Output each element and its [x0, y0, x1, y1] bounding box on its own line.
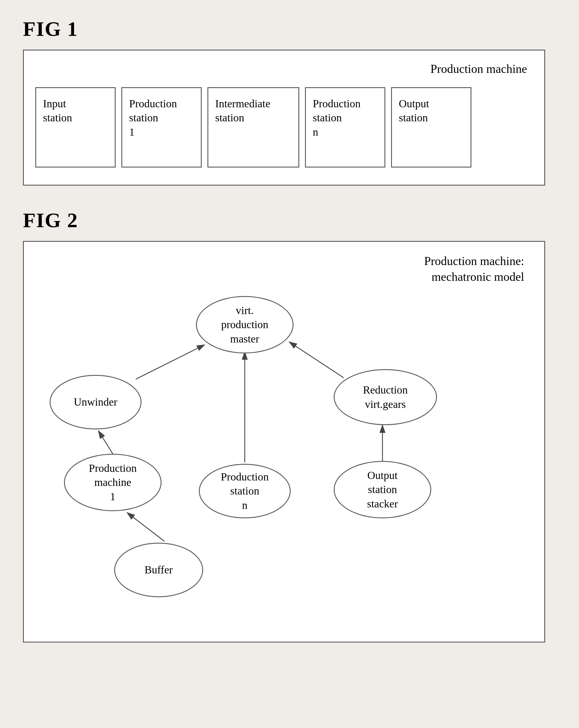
fig2-diagram: virt.productionmaster Unwinder Reduction… [35, 287, 533, 649]
unwinder-node: Unwinder [50, 375, 142, 430]
fig1-label: FIG 1 [23, 17, 556, 41]
svg-line-6 [127, 513, 165, 541]
production-station-n-box: Productionstationn [305, 87, 385, 167]
intermediate-station-box: Intermediatestation [207, 87, 299, 167]
fig2-title-line2: mechatronic model [431, 270, 524, 283]
output-station-label: Outputstation [399, 97, 429, 125]
fig2-label: FIG 2 [23, 209, 556, 232]
fig2-title-line1: Production machine: [424, 254, 524, 268]
svg-line-5 [98, 431, 113, 454]
fig1-machine-label: Production machine [35, 62, 533, 76]
virt-production-master-node: virt.productionmaster [196, 296, 294, 354]
unwinder-label: Unwinder [74, 395, 117, 409]
fig1-stations-row: Inputstation Productionstation1 Intermed… [35, 87, 533, 167]
reduction-virt-gears-label: Reductionvirt.gears [363, 383, 408, 411]
output-station-box: Outputstation [391, 87, 471, 167]
output-station-stacker-node: Outputstationstacker [334, 461, 431, 518]
svg-line-3 [289, 342, 344, 378]
fig1-container: Production machine Inputstation Producti… [23, 50, 545, 186]
reduction-virt-gears-node: Reductionvirt.gears [334, 369, 437, 425]
buffer-label: Buffer [145, 563, 173, 577]
input-station-label: Inputstation [43, 97, 72, 125]
buffer-node: Buffer [114, 543, 203, 597]
production-station-n-label: Productionstationn [313, 97, 361, 139]
fig2-container: Production machine: mechatronic model [23, 241, 545, 643]
virt-production-master-label: virt.productionmaster [221, 304, 269, 346]
svg-line-1 [136, 345, 205, 379]
fig2-title: Production machine: mechatronic model [35, 253, 533, 285]
output-station-stacker-label: Outputstationstacker [367, 468, 398, 511]
production-machine-1-node: Productionmachine1 [64, 454, 161, 511]
intermediate-station-label: Intermediatestation [215, 97, 270, 125]
production-station-1-box: Productionstation1 [121, 87, 202, 167]
production-machine-1-label: Productionmachine1 [89, 461, 137, 504]
input-station-box: Inputstation [35, 87, 116, 167]
production-station-n-label: Productionstationn [221, 470, 269, 512]
production-station-1-label: Productionstation1 [129, 97, 177, 139]
production-station-n-node: Productionstationn [199, 464, 291, 518]
